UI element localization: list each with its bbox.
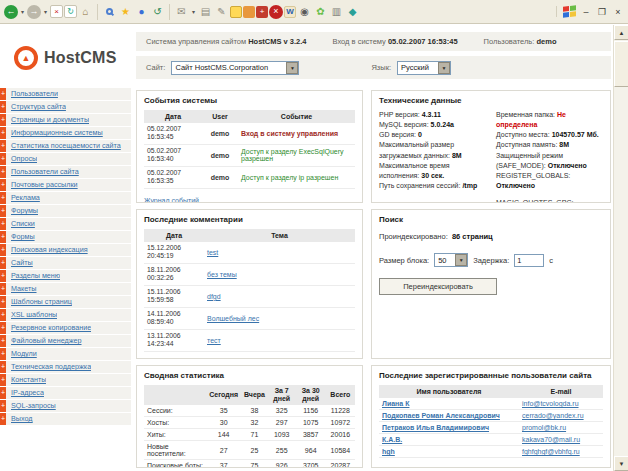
scroll-up-button[interactable]: ▲ [614, 25, 628, 40]
comments-table: Дата Тема 15.12.200620:45:19 test 18.11.… [144, 229, 355, 352]
block-size-select[interactable]: 50 ▼ [434, 253, 468, 267]
sidebar-item-menu-sections[interactable]: +Разделы меню [0, 270, 131, 282]
event-date: 05.02.2007 [147, 125, 199, 133]
stop-red-circle-icon[interactable]: × [269, 5, 283, 19]
sidebar-item-users[interactable]: +Пользователи [0, 88, 131, 100]
user-name-link[interactable]: hgh [382, 448, 395, 455]
dashboard: События системы Дата User Событие 05.02.… [136, 90, 611, 468]
sidebar-item-backup[interactable]: +Резервное копирование [0, 322, 131, 334]
refresh-icon[interactable]: ↻ [64, 5, 77, 18]
user-name-link[interactable]: Петраков Илья Владимирович [382, 424, 489, 431]
table-row: 15.11.200615:59:58 dfgd [144, 285, 355, 307]
site-language-bar: Сайт: Сайт HostCMS.Corporation ▼ Язык: Р… [136, 56, 611, 79]
address-book-icon[interactable]: ▥ [329, 4, 344, 19]
panel-system-events: События системы Дата User Событие 05.02.… [136, 90, 363, 203]
sidebar-item-advertising[interactable]: +Реклама [0, 192, 131, 204]
scrollbar-thumb[interactable] [614, 41, 628, 87]
comment-topic-link[interactable]: test [207, 249, 218, 256]
toolbar-separator [169, 4, 170, 20]
mail-icon[interactable]: ✉ [174, 4, 189, 19]
back-icon[interactable]: ← [4, 5, 18, 19]
sidebar-item-xsl-templates[interactable]: +XSL шаблоны [0, 309, 131, 321]
browser-toolbar: ← ▾ → ▾ × ↻ ⌂ ★ ● ↺ ✉ ▾ ▤ ✎ ▪ ▪ + × W ◉ … [0, 0, 628, 24]
print-icon[interactable]: ▤ [198, 4, 213, 19]
note-icon[interactable]: ▪ [230, 6, 242, 18]
sidebar-item-site-structure[interactable]: +Структура сайта [0, 101, 131, 113]
user-email-link[interactable]: cerrado@yandex.ru [522, 412, 584, 419]
comment-topic-link[interactable]: dfgd [207, 293, 221, 300]
edit-icon[interactable]: ✎ [214, 4, 229, 19]
sidebar-item-constants[interactable]: +Константы [0, 374, 131, 386]
restore-button[interactable]: ❐ [596, 7, 608, 17]
users-table: Имя пользователя E-mail Лиана К info@tcv… [379, 385, 603, 458]
comment-topic-link[interactable]: без темы [207, 271, 237, 278]
messenger-icon[interactable]: ◆ [345, 4, 360, 19]
sidebar-item-search-indexing[interactable]: +Поисковая индексация [0, 244, 131, 256]
sidebar-item-logout[interactable]: +Выход [0, 413, 131, 425]
user-email-link[interactable]: kakava70@mail.ru [522, 436, 580, 443]
app-orange-icon[interactable]: ▪ [243, 6, 255, 18]
favorites-icon[interactable]: ★ [118, 4, 133, 19]
comment-topic-link[interactable]: Волшебный лес [207, 315, 259, 322]
sidebar-item-modules[interactable]: +Модули [0, 348, 131, 360]
sidebar-item-mailings[interactable]: +Почтовые рассылки [0, 179, 131, 191]
sidebar-menu: +Пользователи +Структура сайта +Страницы… [0, 88, 131, 426]
reindex-button[interactable]: Переиндексировать [379, 278, 497, 295]
binoculars-icon[interactable]: ◉ [297, 4, 312, 19]
sidebar-item-ip-addresses[interactable]: +IP-адреса [0, 387, 131, 399]
sidebar-item-polls[interactable]: +Опросы [0, 153, 131, 165]
icq-flower-icon[interactable]: ✿ [313, 4, 328, 19]
sidebar-item-layouts[interactable]: +Макеты [0, 283, 131, 295]
table-row: 05.02.200716:53:35 demo Доступ к разделу… [144, 166, 355, 188]
home-icon[interactable]: ⌂ [78, 4, 93, 19]
app-red-grid-icon[interactable]: + [256, 6, 268, 18]
word-icon[interactable]: W [284, 6, 296, 18]
user-name-link[interactable]: К.А.В. [382, 436, 402, 443]
delay-input[interactable] [514, 254, 544, 267]
table-row: 05.02.200716:53:45 demo Вход в систему у… [144, 123, 355, 144]
search-icon[interactable] [102, 4, 117, 19]
history-icon[interactable]: ↺ [150, 4, 165, 19]
language-select[interactable]: Русский ▼ [397, 61, 451, 75]
sidebar-item-site-statistics[interactable]: +Статистика посещаемости сайта [0, 140, 131, 152]
language-select-arrow-icon[interactable]: ▼ [438, 62, 450, 74]
system-title: Система управления сайтом HostCMS v 3.2.… [146, 37, 307, 46]
event-user: demo [202, 166, 238, 188]
user-email-link[interactable]: info@tcvologda.ru [522, 400, 579, 407]
sidebar-item-pages-documents[interactable]: +Страницы и документы [0, 114, 131, 126]
scroll-down-button[interactable]: ▼ [614, 456, 628, 471]
sidebar-item-label: Выход [6, 413, 33, 425]
panel-search: Поиск Проиндексировано: 86 страниц Разме… [371, 209, 611, 359]
minimize-button[interactable]: – [580, 7, 592, 17]
user-name-link[interactable]: Лиана К [382, 400, 409, 407]
system-info-bar: Система управления сайтом HostCMS v 3.2.… [136, 32, 611, 51]
sidebar-item-lists[interactable]: +Списки [0, 218, 131, 230]
sidebar-item-site-users[interactable]: +Пользователи сайта [0, 166, 131, 178]
mail-dropdown-icon[interactable]: ▾ [190, 8, 197, 15]
sidebar-item-file-manager[interactable]: +Файловый менеджер [0, 335, 131, 347]
sidebar-item-sql-queries[interactable]: +SQL-запросы [0, 400, 131, 412]
user-email-link[interactable]: promol@bk.ru [522, 424, 566, 431]
sidebar-item-page-templates[interactable]: +Шаблоны страниц [0, 296, 131, 308]
globe-icon[interactable]: ● [134, 4, 149, 19]
sidebar-item-sites[interactable]: +Сайты [0, 257, 131, 269]
site-select-arrow-icon[interactable]: ▼ [286, 62, 298, 74]
forward-dropdown-icon[interactable]: ▾ [42, 8, 49, 15]
sidebar-item-forms[interactable]: +Формы [0, 231, 131, 243]
delay-unit: с [549, 256, 553, 265]
site-select[interactable]: Сайт HostCMS.Corporation ▼ [171, 61, 299, 75]
sidebar-item-forums[interactable]: +Форумы [0, 205, 131, 217]
stop-icon[interactable]: × [50, 5, 63, 18]
event-log-link[interactable]: Журнал событий [144, 197, 199, 203]
vertical-scrollbar[interactable]: ▲ ▼ [613, 25, 628, 471]
sidebar-item-tech-support[interactable]: +Техническая поддержка [0, 361, 131, 373]
forward-icon[interactable]: → [27, 5, 41, 19]
close-button[interactable]: × [612, 7, 624, 17]
comment-topic-link[interactable]: тест [207, 337, 221, 344]
back-dropdown-icon[interactable]: ▾ [19, 8, 26, 15]
block-size-select-arrow-icon[interactable]: ▼ [455, 254, 467, 266]
user-email-link[interactable]: fghfghgf@vbhfq.ru [522, 448, 580, 455]
user-name-link[interactable]: Подкопаев Роман Александрович [382, 412, 500, 419]
sidebar-item-information-systems[interactable]: +Информационные системы [0, 127, 131, 139]
sidebar-item-label: Страницы и документы [6, 114, 89, 126]
